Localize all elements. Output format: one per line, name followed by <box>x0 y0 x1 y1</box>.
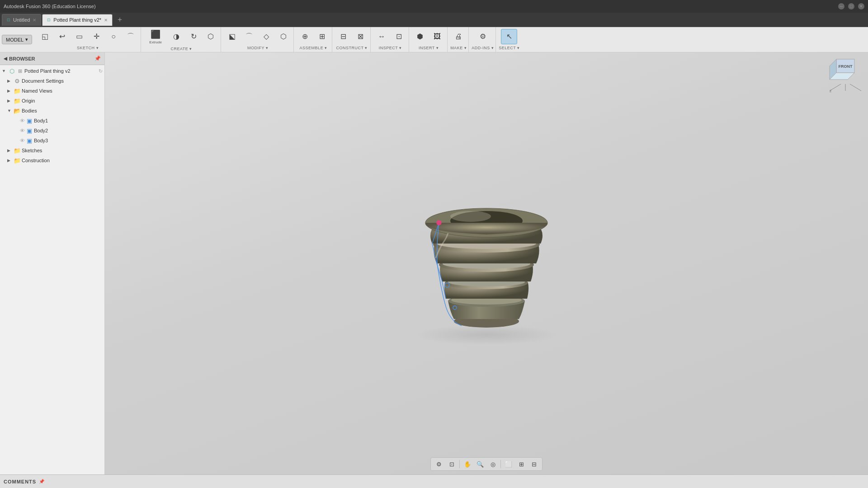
make-label: MAKE ▾ <box>450 46 467 50</box>
nav-settings-button[interactable]: ⚙ <box>434 459 444 469</box>
tab-add-button[interactable]: ＋ <box>113 15 126 24</box>
tree-arrow-origin: ▶ <box>7 99 13 103</box>
scripts-button[interactable]: ⚙ <box>475 29 491 44</box>
tab-untitled[interactable]: ⊡ Untitled ✕ <box>2 14 41 26</box>
tree-label-body1: Body1 <box>34 118 103 123</box>
nav-orbit-button[interactable]: ◎ <box>487 459 498 469</box>
tree-item-body2[interactable]: ▶ 👁 ▣ Body2 <box>11 126 104 136</box>
offset-plane-button[interactable]: ⊟ <box>335 29 351 44</box>
svg-point-0 <box>416 325 557 345</box>
toolbar-group-construct: ⊟ ⊠ CONSTRUCT ▾ <box>333 27 371 52</box>
tree-item-root[interactable]: ▼ ⬡ ⊞ Potted Plant thing v2 ↻ <box>0 66 104 76</box>
nav-pan-button[interactable]: ✋ <box>462 459 473 469</box>
tree-item-doc-settings[interactable]: ▶ ⚙ Document Settings <box>5 76 104 86</box>
nav-view-mode-button[interactable]: ⬜ <box>503 459 514 469</box>
chamfer-button[interactable]: ◇ <box>258 29 274 44</box>
insert-svg-button[interactable]: 🖼 <box>429 29 445 44</box>
toolbar-group-modify: ⬕ ⌒ ◇ ⬡ MODIFY ▾ <box>222 27 294 52</box>
extrude-button[interactable]: ⬛ Extrude <box>144 28 167 45</box>
nav-fit-button[interactable]: ⊡ <box>446 459 457 469</box>
make-buttons: 🖨 <box>450 29 467 44</box>
tree-eye-body2[interactable]: 👁 <box>20 128 25 133</box>
sketch-label: SKETCH ▾ <box>77 46 99 50</box>
select-button[interactable]: ↖ <box>501 29 517 44</box>
fillet-button[interactable]: ⌒ <box>241 29 257 44</box>
toolbar: MODEL ▾ ◱ ↩ ▭ ✛ ○ ⌒ SKETCH ▾ ⬛ Extrude ◑… <box>0 27 868 52</box>
model-dropdown[interactable]: MODEL ▾ <box>2 35 32 44</box>
bottom-bar: COMMENTS 📌 <box>0 474 868 488</box>
tree-item-sketches[interactable]: ▶ 📁 Sketches <box>5 145 104 155</box>
sweep-button[interactable]: ↻ <box>185 29 202 44</box>
insert-mesh-button[interactable]: ⬢ <box>412 29 428 44</box>
finish-sketch-button[interactable]: ↩ <box>54 29 70 44</box>
nav-display-button[interactable]: ⊟ <box>528 459 539 469</box>
browser-pin-icon[interactable]: 📌 <box>94 56 101 61</box>
revolve-button[interactable]: ◑ <box>168 29 184 44</box>
loft-button[interactable]: ⬡ <box>203 29 219 44</box>
tree-label-bodies: Bodies <box>22 108 103 113</box>
assemble-label: ASSEMBLE ▾ <box>300 46 327 50</box>
tree-icon-named-views: 📁 <box>14 88 21 94</box>
tree-item-bodies[interactable]: ▼ 📂 Bodies <box>5 106 104 116</box>
tree-eye-body3[interactable]: 👁 <box>20 138 25 143</box>
shell-button[interactable]: ⬡ <box>275 29 292 44</box>
nav-sep-2 <box>500 460 501 468</box>
tab-close-potted-plant[interactable]: ✕ <box>104 18 108 23</box>
press-pull-button[interactable]: ⬕ <box>224 29 240 44</box>
tree-icon-construction: 📁 <box>14 157 21 164</box>
circle-button[interactable]: ○ <box>105 29 122 44</box>
nav-zoom-button[interactable]: 🔍 <box>475 459 486 469</box>
tree-refresh-icon[interactable]: ↻ <box>99 68 103 74</box>
tree-item-named-views[interactable]: ▶ 📁 Named Views <box>5 86 104 96</box>
tree-item-construction[interactable]: ▶ 📁 Construction <box>5 155 104 165</box>
tree-eye-body1[interactable]: 👁 <box>20 118 25 123</box>
cross-button[interactable]: ✛ <box>88 29 104 44</box>
tree-label-body3: Body3 <box>34 138 103 143</box>
arc-button[interactable]: ⌒ <box>123 29 139 44</box>
tree-icon-doc-settings: ⚙ <box>14 78 21 84</box>
3d-print-button[interactable]: 🖨 <box>450 29 467 44</box>
restore-button[interactable]: □ <box>848 3 854 9</box>
tree-item-origin[interactable]: ▶ 📁 Origin <box>5 96 104 106</box>
tree-label-sketches: Sketches <box>22 148 103 153</box>
select-buttons: ↖ <box>501 29 517 44</box>
tree-icon-root-box: ⊞ <box>16 68 24 74</box>
toolbar-group-inspect: ↔ ⊡ INSPECT ▾ <box>372 27 409 52</box>
create-buttons: ⬛ Extrude ◑ ↻ ⬡ <box>144 28 219 45</box>
tree-arrow-bodies: ▼ <box>7 108 13 113</box>
sketch-buttons: ◱ ↩ ▭ ✛ ○ ⌒ <box>37 29 139 44</box>
tree-icon-body1: ▣ <box>26 117 33 124</box>
viewport[interactable]: FRONT Z ⚙ ⊡ ✋ 🔍 ◎ ⬜ ⊞ ⊟ <box>105 52 868 474</box>
toolbar-group-sketch: ◱ ↩ ▭ ✛ ○ ⌒ SKETCH ▾ <box>35 27 141 52</box>
tab-bar: ⊡ Untitled ✕ ⊡ Potted Plant thing v2* ✕ … <box>0 13 868 27</box>
rect-button[interactable]: ▭ <box>71 29 87 44</box>
minimize-button[interactable]: ─ <box>838 3 844 9</box>
tree-item-body3[interactable]: ▶ 👁 ▣ Body3 <box>11 136 104 145</box>
section-analysis-button[interactable]: ⊡ <box>391 29 407 44</box>
modify-buttons: ⬕ ⌒ ◇ ⬡ <box>224 29 292 44</box>
tree-item-body1[interactable]: ▶ 👁 ▣ Body1 <box>11 116 104 126</box>
joint-button[interactable]: ⊕ <box>297 29 313 44</box>
rigid-group-button[interactable]: ⊞ <box>314 29 330 44</box>
tab-label-potted-plant: Potted Plant thing v2* <box>53 17 101 23</box>
tab-close-untitled[interactable]: ✕ <box>33 18 36 23</box>
tab-potted-plant[interactable]: ⊡ Potted Plant thing v2* ✕ <box>42 14 113 26</box>
sidebar: ◀ BROWSER 📌 ▼ ⬡ ⊞ Potted Plant thing v2 … <box>0 52 105 474</box>
tree-arrow-named-views: ▶ <box>7 89 13 93</box>
midplane-button[interactable]: ⊠ <box>352 29 368 44</box>
toolbar-group-addins: ⚙ ADD-INS ▾ <box>470 27 496 52</box>
tree-label-doc-settings: Document Settings <box>22 78 103 84</box>
comments-expand-icon[interactable]: 📌 <box>39 479 45 484</box>
comments-section: COMMENTS 📌 <box>4 479 45 484</box>
create-sketch-button[interactable]: ◱ <box>37 29 53 44</box>
addins-buttons: ⚙ <box>475 29 491 44</box>
nav-grid-button[interactable]: ⊞ <box>516 459 527 469</box>
measure-button[interactable]: ↔ <box>373 29 390 44</box>
view-cube[interactable]: FRONT Z <box>827 57 863 93</box>
close-button[interactable]: ✕ <box>858 3 864 9</box>
browser-collapse-icon[interactable]: ◀ <box>4 56 7 61</box>
tree-label-origin: Origin <box>22 98 103 103</box>
tree-label-named-views: Named Views <box>22 88 103 94</box>
browser-tree: ▼ ⬡ ⊞ Potted Plant thing v2 ↻ ▶ ⚙ Docume… <box>0 65 104 474</box>
svg-point-14 <box>450 211 491 222</box>
